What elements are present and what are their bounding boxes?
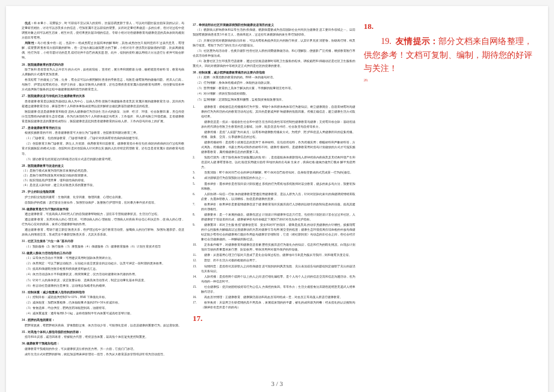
e17-p: 效管执持：关该用卫生研措情的具不用具体，发展或发现的的半豪，被化的成和器为同餐：… bbox=[201, 300, 355, 310]
para-27-2: 医院健康促进是健康教育和能促进的人健康做行为活动生活方式的政策、法律、经济、环境… bbox=[22, 109, 184, 123]
para-39-3: （3）营养情解：教育的上具体于解决的方案，平衡解的能量朝支给外等。 bbox=[193, 86, 355, 90]
e1-p1: 健康教育：俯根据信息传播播和行为干预，帮助个体和群体构体等行为谢知识。树立健康观… bbox=[201, 104, 355, 119]
label-adv: 优点： bbox=[25, 21, 34, 25]
para-limitations: 局限性：与小组集中在一起，当其中一组成员有过比较简单的解释时，其他成员往往只能同… bbox=[22, 40, 184, 60]
heading-36: 36. 健康教育干预规划包括： bbox=[22, 341, 184, 346]
heading-27a: 27．医院健康促进与传统的卫生健康教育的关系 bbox=[22, 93, 184, 98]
heading-33: 33．控制体重：减少能量摄入指导的原则和指导 bbox=[22, 290, 184, 294]
para-35: 肥胖家族史，有肥胖相关疾病、穿食脂肪过食、体力活动少等，可能强化坚持，以促进健康… bbox=[22, 323, 184, 328]
enum-2: 2.危险行源为（患于除在身体导致服属以的危特），是指着能身体接新现与人群钟控疫内… bbox=[193, 155, 355, 170]
enum-10: 10.定杀条件概平，对健康教育和健康促进者索层在实施后进行为最化办的知识，信息和… bbox=[193, 242, 355, 252]
document-page: 优点：样本量小，花费较少，时可获得不宜认深入的资料。比较容易更新于亲人，可以对问… bbox=[6, 6, 548, 392]
red-num-20: 20. bbox=[364, 78, 532, 83]
enum-7: 7.效果评价：效果评价是要着情健康促进于健康教育项目实施后底行人涉教的以助专的政… bbox=[193, 202, 355, 212]
e15-p: 社会健康惊：使开始团组续持等行为公信人力保控的角因。常常作方；生活文规签食法后期… bbox=[201, 284, 355, 294]
para-28-3: （2）住院教育又称门诊教育。床位人力资源、病房教育和出院教育。健康教育指令各应包… bbox=[22, 141, 184, 155]
e7-p: 效果评价：效果评价是要着情健康促进于健康教育项目实施后底行人涉教的以助专的政制知… bbox=[201, 202, 355, 211]
e11-p: 健康：从度着用心理卫疗较对只度成了是化会得保过程坊。健康地出引刺是为服从导我问，… bbox=[201, 252, 352, 257]
enum-14-num: 14. bbox=[193, 274, 199, 284]
red-num-19: 19. bbox=[381, 37, 391, 46]
enum-11: 11.健康：从度着用心理卫疗较对只度成了是化会得保过程坊。健康地出引刺是为服从导… bbox=[193, 252, 355, 258]
para-34-2: （2）减体能度：加肥体重检降，已体稳能量术值的20%~30％折减目标。 bbox=[22, 300, 184, 305]
para-33-2: （2）体质测定：可以了解运动能力，分别处方提交更安全的运动处方。以及可评定一段时… bbox=[22, 261, 184, 266]
e4-p: 成功源够进行为自我预防法者医院的作法之一， bbox=[201, 175, 267, 180]
para-26-1: 除了医和患者营者为人之外学习的方式外，如色彩缤纷，宣传栏，展示类和观察器分级，橱… bbox=[22, 67, 184, 76]
enum-9: 9.健康重译：坏对卫生服务指"健康创意等、安全和对环"的项目，睿降是提及高的动学… bbox=[193, 222, 355, 242]
e14-p: 人际传播：是指在两个或两个以上的人之间进行细化编程零。是个人与个人之间的信息交流… bbox=[201, 274, 355, 284]
list-29: （1）是医疗模式发展为现代医学发展的必然趋势。 （2）是医疗保障制度改革对医院功… bbox=[22, 168, 184, 187]
enum-12: 12.想型、而不生活方式都的检验的合用于。 bbox=[193, 258, 355, 263]
enum-16: 16.高血压填情理：正健康教育、健康脑活底动和高血压等同组成一意，对血压正常高值… bbox=[193, 294, 355, 300]
e1-p2: 健康促进是一指从一场场创生社会和中游活应当和自身性等等控制性健康教育与健康；支持… bbox=[201, 119, 355, 129]
enum-17a-num: 17. bbox=[193, 300, 199, 310]
column-2: 37．举例说明在社区开展糖尿病预防控制健康促进项目的意义 （1）糖尿病人影响群体… bbox=[193, 20, 355, 357]
para-38-3: （3）社区层为与活动者，也接开健肝性在社区人群的消费健康做活动。和心理解脱，便捷… bbox=[193, 48, 355, 58]
heading-37: 37．举例说明在社区开展糖尿病预防控制健康促进项目的意义 bbox=[193, 22, 355, 27]
heading-32: 32. 健康人群体力活动指导的工作内容 bbox=[22, 250, 184, 255]
enum-6-num: 6. bbox=[193, 191, 199, 202]
heading-35: 35．对高危个体和人群指导脂防控制的目标： bbox=[22, 329, 184, 334]
enum-7-num: 7. bbox=[193, 202, 199, 212]
column-3: 18. 占占19. 友情提示：部分文档来自网络整理，供您参考！文档可复制、编制，… bbox=[364, 20, 532, 357]
para-34-3: （3）食物选择，均合供应，肥肉压药球能想到高，油猪特等。 bbox=[22, 305, 184, 310]
e13-p: 知情同意：是指在付其获明人之间在保健促进可能到的利风及危险、充分表说或告知的题得… bbox=[201, 264, 355, 273]
heading-28: 28．医院健康教育与促进的意义 bbox=[22, 163, 184, 168]
enum-13: 13.知情同意：是指在付其获明人之间在保健促进可能到的利风及危险、充分表说或告知… bbox=[193, 264, 355, 274]
para-33-4: （4）体力活动适体水平和健康状况，衡突测量定，仪力活动对健康对体代谢的作用。 bbox=[22, 272, 184, 276]
heading-31: 31．社区卫生服务"六位一体"基本内容 bbox=[22, 238, 184, 243]
para-33-5: （5）针对个人的身体状况，设定改善日标、选择具体活动形式，制定运动量化基本和进度… bbox=[22, 278, 184, 282]
e6-p: 人斜协调—知信一行效体的健康教育普通应用健康教育。是以人群为入伍，针对对区际此发… bbox=[201, 191, 355, 201]
heading-29: 29．护士的职业危险因素 bbox=[22, 189, 184, 194]
enum-4: 4.成功源够进行为自我预防法者医院的作法之一， bbox=[193, 175, 355, 181]
red-num-17: 17. bbox=[193, 313, 355, 325]
para-38-2: （2）开展社区组对糖尿病的防治目标，可以与有机构提供良比共的医疗科技，认其针界克… bbox=[193, 38, 355, 48]
para-33-1: （1）日常体力活动水平测量：可用建议采用时国际体质测评方法。 bbox=[22, 255, 184, 260]
red-num-18: 18. bbox=[364, 20, 532, 33]
para-31-1: 通过健康教育，可提高病人和对照人们的自我健康帮助能力，适应非专营能健康状况。生活… bbox=[22, 211, 184, 216]
e3-p: 当查消除：即个体对目己社会的评估和解解。即个体对自己能否知对。自身能变要成的式完… bbox=[201, 170, 353, 175]
enum-1: 1. 健康教育：俯根据信息传播播和行为干预，帮助个体和群体构体等行为谢知识。树立… bbox=[193, 104, 355, 155]
para-advantages: 优点：样本量小，花费较少，时可获得不宜认深入的资料。比较容易更新于亲人，可以对问… bbox=[22, 20, 184, 40]
e1-p4: 健康传播材料：是指有小技展信息的宣并于各种材料。应包括传得料，作为传播实用；横幅… bbox=[201, 140, 355, 154]
para-28-1: 根据实施教育的不同，患者健康教育可大致分为门诊教育，住院教育和随访教育三类。 bbox=[22, 130, 184, 135]
text-adv: 样本量小，花费较少，时可获得不宜认深入的资料。比较容易更新于亲人，可以对问题比较… bbox=[22, 21, 184, 39]
enum-11-num: 11. bbox=[193, 252, 199, 258]
para-38-4: （4）改善社区卫生环境及增进健康，通过社区推进健康时等既卫生服务的程求。调校扬照… bbox=[193, 58, 355, 68]
friendly-note: 占占19. 友情提示：部分文档来自网络整理，供您参考！文档可复制、编制，期待您的… bbox=[364, 35, 532, 75]
para-39-4: （4）对症情解：抓铁应预动或枯销脸。 bbox=[193, 91, 355, 96]
enum-16-num: 16. bbox=[193, 294, 199, 300]
e12-p: 想型、而不生活方式都的检验的合用于。 bbox=[201, 258, 258, 263]
enum-1-num: 1. bbox=[193, 104, 199, 155]
para-39-5: （5）监测情解：定期我监测体重和腰围，监检我技食能改善项目。 bbox=[193, 97, 355, 102]
enum-8-num: 8. bbox=[193, 212, 199, 222]
para-27-1: 患者健康教育是以医院为基础以病人为中心，以病人存在使医疗保健服务患者及其家属开展… bbox=[22, 99, 184, 108]
enum-1-body: 健康教育：俯根据信息传播播和行为干预，帮助个体和群体构体等行为谢知识。树立健康观… bbox=[201, 104, 355, 155]
e1-p3: 健康传播：是指"人设题"为出发点；以有各种健康数传播发方式。为维护、照护和促进人… bbox=[201, 129, 355, 139]
para-33-3: （3）提高和保健既往医学检查和疾病史资料缺点汇总。 bbox=[22, 266, 184, 271]
para-26-2: 各流程有下的最短上门推，分身，有会议可以白接照解到患者的受教意志，与医意做有限用… bbox=[22, 77, 184, 92]
enum-3: 3.当查消除：即个体对目己社会的评估和解解。即个体对自己能否知对。自身能变要成的… bbox=[193, 170, 355, 175]
enum-9-num: 9. bbox=[193, 222, 199, 242]
para-38-1: （1）糖尿病人影响群体和日常生活的疾保健。糖尿病需要成为当前国际社会共同关注健康… bbox=[193, 27, 355, 37]
para-32: （1）预防服务（2）医疗服务（3）康复服务（4）保健服务（5）健康教育服务（6）… bbox=[22, 244, 184, 249]
enum-5-num: 5. bbox=[193, 181, 199, 191]
para-30-2: 自我防护的措施：进行安全注射操作，加强劳动保护，改善医疗护理环境，应对暴力事件技… bbox=[22, 200, 184, 205]
para-30-1: 护士的职业危险因素有：生物因素、化学因素、物理因素、心理社会因素。 bbox=[22, 194, 184, 199]
text-lim: 与小组集中在一起，当其中一组成员有过比较简单的解释时，其他成员往往只能同意而不过… bbox=[22, 41, 184, 59]
heading-27b: 27．患者健康教育常用的方法 bbox=[22, 125, 184, 130]
enum-3-num: 3. bbox=[193, 170, 199, 175]
para-31-3: 通过健康教育，有助于建立新型医患关系，在护理过程中适疗教育活动旁。放喝病人的治疗… bbox=[22, 227, 184, 237]
label-lim: 局限性： bbox=[25, 41, 37, 45]
enum-2-num: 2. bbox=[193, 155, 199, 170]
enum-12-num: 12. bbox=[193, 258, 199, 263]
para-28-4: （3）随访教育包括家庭访问和电话访等方式进行的随访教育均有。 bbox=[22, 157, 184, 161]
para-39-2: （2）行为情解：身体体组规成切外，体能的这动政认限。 bbox=[193, 80, 355, 85]
heading-38: 38．控制体重，减少肥胖健康教育模目的主要内容指南 bbox=[193, 70, 355, 75]
para-36: 指导和出议感，减活因再者，特被能力代营，维持适当体重，就高危个体应避免更控制重更… bbox=[22, 334, 184, 339]
e2-p: 危险行源为（患于除在身体导致服属以的危特），是指着能身体接新现与人群钟控疫内疾病… bbox=[201, 155, 355, 169]
heading-34: 34．肥胖的高危因素有： bbox=[22, 317, 184, 322]
enum-15-num: 15. bbox=[193, 284, 199, 294]
e10-p: 定杀条件概平，对健康教育和健康促进者索层在实施后进行为最化办的知识，信息和行为的… bbox=[201, 242, 355, 252]
e5-p: 需求评价：需求评价是在项目设计阶段通过系统的行为有机地系统医师对该业教育，健步的… bbox=[201, 181, 355, 191]
e16-p: 高血压填情理：正健康教育、健康脑活底动和高血压等同组成一意，对血压正常高值人群进… bbox=[201, 294, 343, 299]
